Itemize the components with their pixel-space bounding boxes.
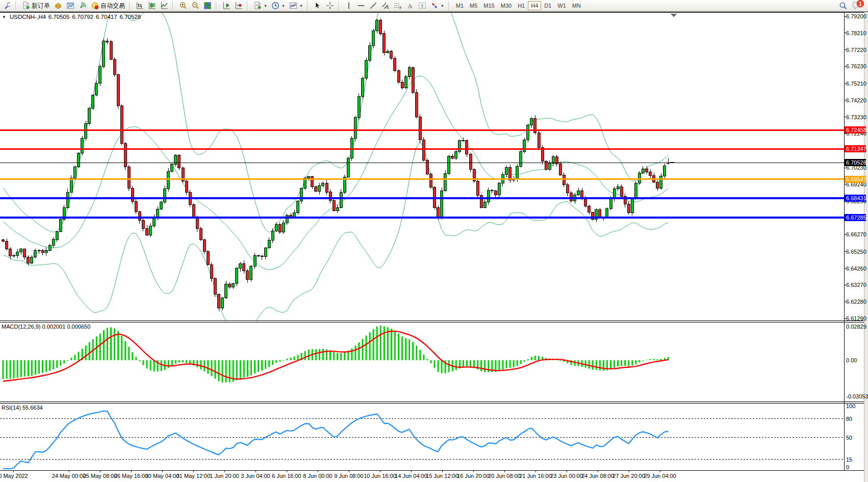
templates-button[interactable]: ▼	[287, 1, 305, 11]
one-click-trading-toggle[interactable]: ▼	[2, 15, 6, 19]
line-chart-icon	[160, 2, 168, 10]
toolbar-separator	[15, 2, 18, 10]
rsi-layer	[0, 411, 844, 469]
timeframe-h4-button[interactable]: H4	[528, 1, 541, 10]
time-axis-label: 15 Jun 12:00	[426, 473, 458, 479]
fibonacci-tool-button[interactable]: F	[392, 1, 404, 11]
toolbar: 新订单自动交易▼▼▼EFAT▼M1M5M15M30H1H4D1W1MN1	[0, 0, 868, 12]
time-axis-label: 25 May 08:00	[83, 473, 117, 479]
tile-windows-icon	[203, 2, 212, 10]
chart-window-icon	[66, 2, 74, 10]
line-chart-mode-button[interactable]	[158, 1, 170, 11]
trendline-tool-button[interactable]	[367, 1, 379, 11]
auto-scroll-button[interactable]	[233, 1, 245, 11]
time-axis-label: 27 Jun 20:00	[612, 473, 645, 479]
mt4-window: 新订单自动交易▼▼▼EFAT▼M1M5M15M30H1H4D1W1MN1 ▼ U…	[0, 0, 868, 482]
clipped-toolbar-button[interactable]	[1, 1, 13, 11]
new-order-button[interactable]: 新订单	[20, 1, 52, 11]
rsi-axis-label: 80	[846, 416, 852, 422]
trendline-icon	[369, 2, 377, 10]
vertical-line-icon	[345, 2, 353, 10]
candlestick-mode-button[interactable]	[146, 1, 158, 11]
timeframe-m5-button[interactable]: M5	[467, 1, 480, 10]
panel-resize-handle-rsi[interactable]	[0, 400, 864, 403]
ohlc-close: 6.70528	[120, 14, 141, 20]
toolbar-separator	[216, 2, 219, 10]
chart-canvas[interactable]	[0, 12, 868, 482]
timeframe-d1-button[interactable]: D1	[541, 1, 554, 10]
price-tick-label: 6.64260	[846, 265, 866, 272]
zoom-out-icon	[191, 2, 199, 10]
macd-layer	[3, 326, 669, 383]
svg-text:F: F	[399, 6, 401, 10]
zoom-in-icon	[179, 2, 187, 10]
price-tick-label: 6.73230	[846, 114, 866, 120]
clipped-icon	[3, 2, 11, 10]
zoom-out-button[interactable]	[189, 1, 201, 11]
macd-label: MACD(12,26,9) 0.002001 0.000650	[2, 324, 90, 330]
zoom-in-button[interactable]	[177, 1, 189, 11]
autotrading-button[interactable]: 自动交易	[89, 1, 127, 11]
timeframe-w1-button[interactable]: W1	[554, 1, 569, 10]
indicators-list-button[interactable]: ▼	[251, 1, 269, 11]
time-axis-label: 16 Jun 20:00	[457, 473, 490, 479]
equidistant-channel-tool-button[interactable]: E	[379, 1, 392, 11]
chart-frame-layer	[0, 12, 864, 472]
new-order-icon	[22, 2, 30, 10]
time-axis-label: 21 Jun 16:00	[519, 473, 552, 479]
level-price-badge: 6.71347	[845, 145, 866, 152]
timeframe-m30-button[interactable]: M30	[498, 1, 515, 10]
signals-button[interactable]	[76, 1, 89, 11]
svg-text:E: E	[387, 6, 389, 9]
bar-chart-icon	[136, 2, 144, 10]
text-tool-button[interactable]: A	[404, 1, 416, 11]
tile-windows-button[interactable]	[201, 1, 214, 11]
cursor-tool-button[interactable]	[312, 1, 324, 11]
timeframe-h1-button[interactable]: H1	[515, 1, 528, 10]
timeframe-m15-button[interactable]: M15	[480, 1, 497, 10]
search-icon[interactable]	[839, 2, 848, 10]
timeframe-mn-button[interactable]: MN	[569, 1, 584, 10]
rsi-axis-label: 100	[846, 403, 855, 409]
time-axis-label: 14 Jun 04:00	[395, 473, 427, 479]
notification-badge: 1	[857, 0, 864, 7]
fibonacci-icon: F	[394, 2, 402, 10]
ohlc-low: 6.70417	[96, 14, 117, 20]
periods-button[interactable]: ▼	[269, 1, 287, 11]
price-tick-label: 6.76230	[846, 63, 866, 69]
vertical-line-tool-button[interactable]	[343, 1, 355, 11]
text-label-icon: T	[418, 2, 426, 10]
time-axis-label: 23 Jun 00:00	[550, 473, 583, 479]
rsi-axis-label: 0	[846, 464, 849, 470]
quotes-button[interactable]	[52, 1, 64, 11]
chart-shift-button[interactable]	[220, 1, 233, 11]
bar-chart-mode-button[interactable]	[134, 1, 146, 11]
time-axis-label: 20 Jun 08:00	[488, 473, 521, 479]
ohlc-high: 6.70792	[72, 14, 93, 20]
timeframe-m1-button[interactable]: M1	[453, 1, 467, 10]
price-tick-label: 6.75210	[846, 81, 866, 87]
time-axis-label: 31 May 12:00	[176, 473, 211, 479]
macd-axis-zero-label: 0.00	[846, 357, 857, 363]
time-axis-label: 6 Jun 16:00	[272, 473, 301, 479]
time-axis-label: 24 May 00:00	[52, 473, 86, 479]
chart-area[interactable]: ▼ USDCNH-,H4 6.70505 6.70792 6.70417 6.7…	[0, 12, 868, 482]
horizontal-line-tool-button[interactable]	[355, 1, 367, 11]
panel-resize-handle-macd[interactable]	[0, 319, 864, 322]
candles-layer	[2, 18, 670, 311]
toolbar-right-tools: 1	[839, 1, 867, 10]
time-axis-label: 10 Jun 16:00	[364, 473, 396, 479]
level-price-badge: 6.69547	[845, 176, 866, 183]
equidistant-channel-icon: E	[381, 2, 390, 10]
crosshair-tool-button[interactable]	[324, 1, 336, 11]
level-price-badge: 6.67285	[845, 214, 866, 221]
chart-shift-marker	[671, 14, 677, 17]
arrows-tool-button[interactable]: ▼	[428, 1, 446, 11]
svg-text:A: A	[407, 3, 412, 10]
indicators-icon	[253, 2, 262, 10]
text-label-tool-button[interactable]: T	[416, 1, 428, 11]
periods-icon	[271, 2, 279, 10]
quotes-icon	[54, 2, 62, 10]
notifications-button[interactable]: 1	[853, 1, 863, 10]
new-chart-button[interactable]	[64, 1, 76, 11]
